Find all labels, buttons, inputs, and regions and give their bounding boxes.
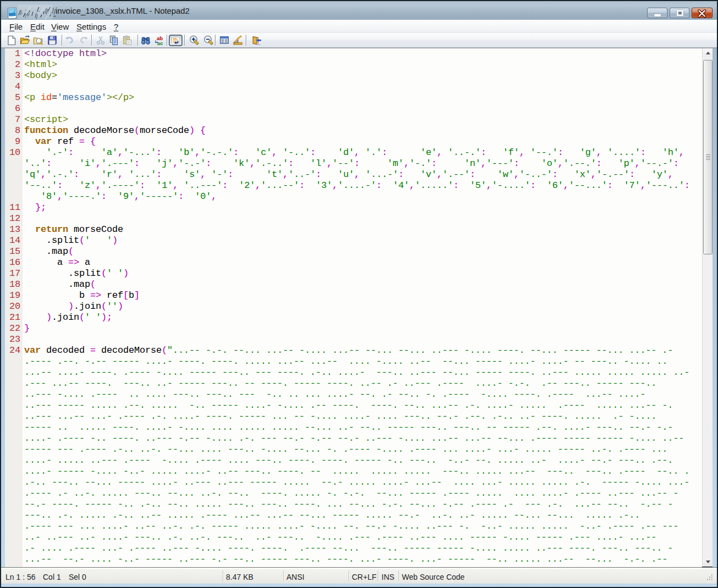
svg-text:ac: ac [157, 40, 163, 46]
